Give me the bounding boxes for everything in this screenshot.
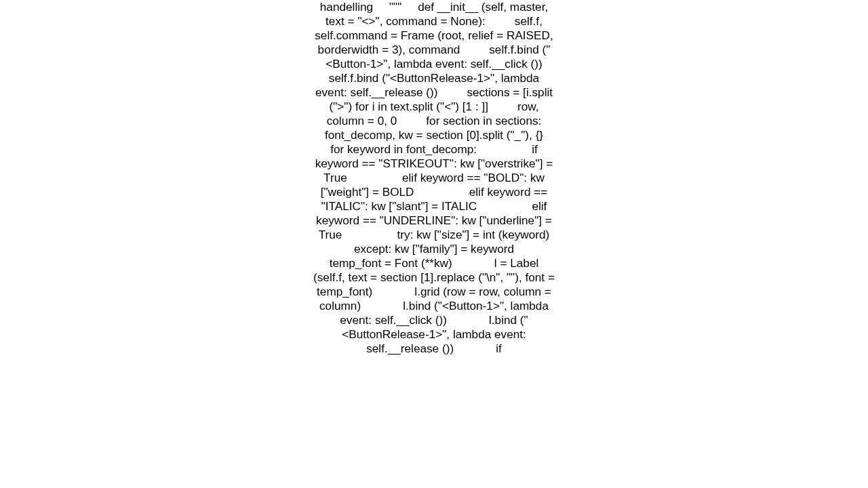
page: handelling """ def __init__ (self, maste… [0, 0, 868, 488]
code-text-block: handelling """ def __init__ (self, maste… [312, 0, 556, 356]
